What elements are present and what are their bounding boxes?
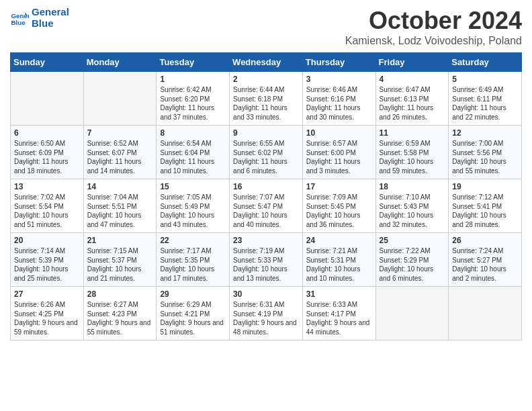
calendar-cell: 13Sunrise: 7:02 AMSunset: 5:54 PMDayligh… (11, 179, 84, 233)
calendar-cell: 10Sunrise: 6:57 AMSunset: 6:00 PMDayligh… (302, 126, 375, 179)
calendar-cell: 8Sunrise: 6:54 AMSunset: 6:04 PMDaylight… (157, 126, 230, 179)
day-number: 17 (306, 182, 372, 191)
calendar-cell: 7Sunrise: 6:52 AMSunset: 6:07 PMDaylight… (83, 126, 157, 179)
calendar-cell: 19Sunrise: 7:12 AMSunset: 5:41 PMDayligh… (449, 179, 522, 233)
calendar-cell: 30Sunrise: 6:31 AMSunset: 4:19 PMDayligh… (230, 287, 303, 340)
calendar-cell: 1Sunrise: 6:42 AMSunset: 6:20 PMDaylight… (157, 72, 230, 126)
day-number: 23 (233, 236, 299, 245)
day-number: 19 (452, 182, 518, 191)
calendar-cell: 22Sunrise: 7:17 AMSunset: 5:35 PMDayligh… (157, 233, 230, 287)
day-number: 6 (14, 128, 80, 138)
logo: General Blue GeneralBlue (10, 7, 69, 29)
calendar-cell: 14Sunrise: 7:04 AMSunset: 5:51 PMDayligh… (83, 179, 157, 233)
day-number: 10 (306, 128, 372, 138)
calendar-cell: 15Sunrise: 7:05 AMSunset: 5:49 PMDayligh… (157, 179, 230, 233)
day-number: 30 (233, 289, 299, 299)
svg-text:Blue: Blue (11, 18, 26, 26)
day-info: Sunrise: 7:17 AMSunset: 5:35 PMDaylight:… (160, 246, 226, 283)
day-number: 15 (160, 182, 226, 191)
day-info: Sunrise: 7:05 AMSunset: 5:49 PMDaylight:… (160, 193, 226, 229)
day-number: 13 (14, 182, 80, 191)
calendar-cell (83, 72, 157, 126)
calendar-cell (11, 72, 84, 126)
day-info: Sunrise: 6:52 AMSunset: 6:07 PMDaylight:… (87, 139, 153, 175)
calendar-week: 20Sunrise: 7:14 AMSunset: 5:39 PMDayligh… (11, 233, 522, 287)
calendar-week: 27Sunrise: 6:26 AMSunset: 4:25 PMDayligh… (11, 287, 522, 340)
calendar-body: 1Sunrise: 6:42 AMSunset: 6:20 PMDaylight… (11, 72, 522, 340)
header-day: Saturday (449, 53, 522, 72)
day-info: Sunrise: 7:12 AMSunset: 5:41 PMDaylight:… (452, 193, 518, 229)
day-info: Sunrise: 7:00 AMSunset: 5:56 PMDaylight:… (452, 139, 518, 175)
calendar-cell: 18Sunrise: 7:10 AMSunset: 5:43 PMDayligh… (375, 179, 449, 233)
calendar-cell: 28Sunrise: 6:27 AMSunset: 4:23 PMDayligh… (83, 287, 157, 340)
day-number: 4 (380, 75, 445, 84)
day-info: Sunrise: 6:42 AMSunset: 6:20 PMDaylight:… (160, 85, 226, 122)
calendar-cell: 17Sunrise: 7:09 AMSunset: 5:45 PMDayligh… (302, 179, 375, 233)
calendar-cell: 4Sunrise: 6:47 AMSunset: 6:13 PMDaylight… (375, 72, 449, 126)
day-info: Sunrise: 7:09 AMSunset: 5:45 PMDaylight:… (306, 193, 372, 229)
day-info: Sunrise: 7:04 AMSunset: 5:51 PMDaylight:… (87, 193, 153, 229)
calendar-cell: 12Sunrise: 7:00 AMSunset: 5:56 PMDayligh… (449, 126, 522, 179)
day-number: 24 (306, 236, 372, 245)
day-info: Sunrise: 6:55 AMSunset: 6:02 PMDaylight:… (233, 139, 299, 175)
calendar-cell (375, 287, 449, 340)
calendar-cell: 31Sunrise: 6:33 AMSunset: 4:17 PMDayligh… (302, 287, 375, 340)
day-info: Sunrise: 7:19 AMSunset: 5:33 PMDaylight:… (233, 246, 299, 283)
calendar-table: SundayMondayTuesdayWednesdayThursdayFrid… (10, 52, 522, 340)
calendar-cell: 29Sunrise: 6:29 AMSunset: 4:21 PMDayligh… (157, 287, 230, 340)
day-number: 1 (160, 75, 226, 84)
day-number: 8 (160, 128, 226, 138)
day-info: Sunrise: 6:44 AMSunset: 6:18 PMDaylight:… (233, 85, 299, 122)
location: Kamiensk, Lodz Voivodeship, Poland (345, 35, 522, 47)
day-number: 26 (452, 236, 518, 245)
day-number: 22 (160, 236, 226, 245)
calendar-cell: 2Sunrise: 6:44 AMSunset: 6:18 PMDaylight… (230, 72, 303, 126)
day-number: 18 (380, 182, 445, 191)
day-number: 3 (306, 75, 372, 84)
header-day: Thursday (302, 53, 375, 72)
calendar-cell: 20Sunrise: 7:14 AMSunset: 5:39 PMDayligh… (11, 233, 84, 287)
day-info: Sunrise: 7:07 AMSunset: 5:47 PMDaylight:… (233, 193, 299, 229)
header-row: SundayMondayTuesdayWednesdayThursdayFrid… (11, 53, 522, 72)
day-info: Sunrise: 7:02 AMSunset: 5:54 PMDaylight:… (14, 193, 80, 229)
day-info: Sunrise: 7:10 AMSunset: 5:43 PMDaylight:… (380, 193, 445, 229)
day-number: 29 (160, 289, 226, 299)
day-number: 28 (87, 289, 153, 299)
month-title: October 2024 (345, 7, 522, 35)
calendar-cell: 6Sunrise: 6:50 AMSunset: 6:09 PMDaylight… (11, 126, 84, 179)
day-number: 11 (380, 128, 445, 138)
day-number: 7 (87, 128, 153, 138)
header-day: Monday (83, 53, 157, 72)
day-number: 5 (452, 75, 518, 84)
calendar-cell: 16Sunrise: 7:07 AMSunset: 5:47 PMDayligh… (230, 179, 303, 233)
day-info: Sunrise: 6:50 AMSunset: 6:09 PMDaylight:… (14, 139, 80, 175)
day-number: 31 (306, 289, 372, 299)
header-day: Wednesday (230, 53, 303, 72)
day-info: Sunrise: 6:31 AMSunset: 4:19 PMDaylight:… (233, 300, 299, 336)
day-info: Sunrise: 6:54 AMSunset: 6:04 PMDaylight:… (160, 139, 226, 175)
day-info: Sunrise: 6:33 AMSunset: 4:17 PMDaylight:… (306, 300, 372, 336)
logo-icon: General Blue (10, 9, 29, 28)
title-section: October 2024 Kamiensk, Lodz Voivodeship,… (345, 7, 522, 47)
day-number: 2 (233, 75, 299, 84)
day-info: Sunrise: 6:47 AMSunset: 6:13 PMDaylight:… (380, 85, 445, 122)
calendar-cell: 3Sunrise: 6:46 AMSunset: 6:16 PMDaylight… (302, 72, 375, 126)
calendar-cell: 9Sunrise: 6:55 AMSunset: 6:02 PMDaylight… (230, 126, 303, 179)
calendar-cell: 21Sunrise: 7:15 AMSunset: 5:37 PMDayligh… (83, 233, 157, 287)
header-day: Tuesday (157, 53, 230, 72)
calendar-cell: 27Sunrise: 6:26 AMSunset: 4:25 PMDayligh… (11, 287, 84, 340)
day-info: Sunrise: 7:22 AMSunset: 5:29 PMDaylight:… (380, 246, 445, 283)
day-number: 25 (380, 236, 445, 245)
calendar-week: 13Sunrise: 7:02 AMSunset: 5:54 PMDayligh… (11, 179, 522, 233)
day-info: Sunrise: 7:14 AMSunset: 5:39 PMDaylight:… (14, 246, 80, 283)
calendar-cell: 26Sunrise: 7:24 AMSunset: 5:27 PMDayligh… (449, 233, 522, 287)
day-info: Sunrise: 6:29 AMSunset: 4:21 PMDaylight:… (160, 300, 226, 336)
day-info: Sunrise: 7:21 AMSunset: 5:31 PMDaylight:… (306, 246, 372, 283)
calendar-week: 1Sunrise: 6:42 AMSunset: 6:20 PMDaylight… (11, 72, 522, 126)
calendar-cell: 11Sunrise: 6:59 AMSunset: 5:58 PMDayligh… (375, 126, 449, 179)
day-info: Sunrise: 6:59 AMSunset: 5:58 PMDaylight:… (380, 139, 445, 175)
day-number: 27 (14, 289, 80, 299)
day-info: Sunrise: 7:15 AMSunset: 5:37 PMDaylight:… (87, 246, 153, 283)
day-number: 21 (87, 236, 153, 245)
calendar-header: SundayMondayTuesdayWednesdayThursdayFrid… (11, 53, 522, 72)
